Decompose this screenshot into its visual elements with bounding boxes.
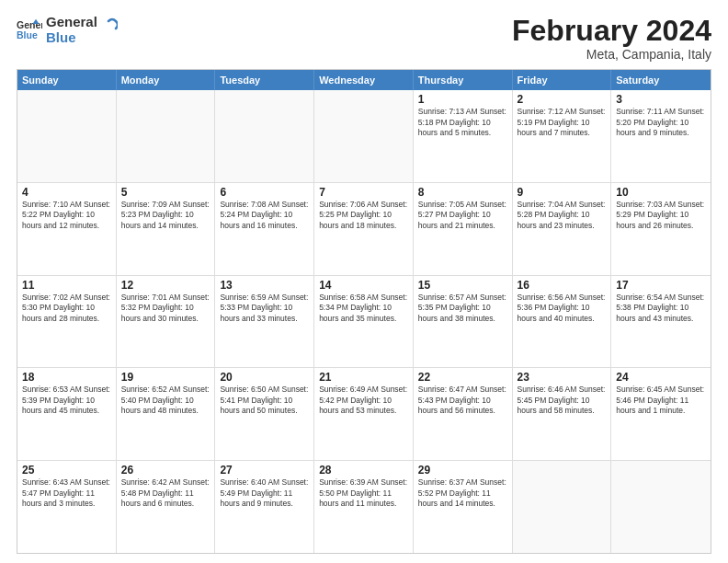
calendar-day-18: 18Sunrise: 6:53 AM Sunset: 5:39 PM Dayli… bbox=[17, 368, 117, 460]
day-info: Sunrise: 6:47 AM Sunset: 5:43 PM Dayligh… bbox=[418, 385, 507, 416]
calendar-day-10: 10Sunrise: 7:03 AM Sunset: 5:29 PM Dayli… bbox=[611, 183, 711, 275]
calendar-day-empty bbox=[314, 90, 414, 182]
day-number: 10 bbox=[616, 186, 706, 199]
day-info: Sunrise: 6:58 AM Sunset: 5:34 PM Dayligh… bbox=[319, 293, 408, 324]
title-area: February 2024 Meta, Campania, Italy bbox=[512, 15, 711, 62]
day-number: 3 bbox=[616, 93, 706, 106]
header-day-thursday: Thursday bbox=[414, 70, 513, 90]
calendar-day-2: 2Sunrise: 7:12 AM Sunset: 5:19 PM Daylig… bbox=[513, 90, 612, 182]
calendar-body: 1Sunrise: 7:13 AM Sunset: 5:18 PM Daylig… bbox=[17, 90, 711, 553]
calendar-day-8: 8Sunrise: 7:05 AM Sunset: 5:27 PM Daylig… bbox=[414, 183, 513, 275]
calendar-day-3: 3Sunrise: 7:11 AM Sunset: 5:20 PM Daylig… bbox=[611, 90, 711, 182]
calendar-day-empty bbox=[611, 461, 711, 553]
day-number: 11 bbox=[22, 279, 111, 292]
calendar-day-empty bbox=[513, 461, 612, 553]
day-info: Sunrise: 7:04 AM Sunset: 5:28 PM Dayligh… bbox=[518, 200, 607, 231]
day-number: 4 bbox=[22, 186, 111, 199]
day-number: 24 bbox=[616, 371, 706, 384]
calendar-day-24: 24Sunrise: 6:45 AM Sunset: 5:46 PM Dayli… bbox=[611, 368, 711, 460]
day-info: Sunrise: 7:03 AM Sunset: 5:29 PM Dayligh… bbox=[616, 200, 706, 231]
calendar-day-empty bbox=[17, 90, 117, 182]
header-day-monday: Monday bbox=[117, 70, 216, 90]
day-info: Sunrise: 6:42 AM Sunset: 5:48 PM Dayligh… bbox=[121, 477, 210, 509]
day-info: Sunrise: 7:08 AM Sunset: 5:24 PM Dayligh… bbox=[220, 200, 309, 231]
main-title: February 2024 bbox=[512, 15, 711, 47]
calendar: SundayMondayTuesdayWednesdayThursdayFrid… bbox=[17, 69, 711, 554]
calendar-row-5: 25Sunrise: 6:43 AM Sunset: 5:47 PM Dayli… bbox=[17, 460, 711, 553]
day-info: Sunrise: 7:12 AM Sunset: 5:19 PM Dayligh… bbox=[518, 107, 607, 138]
day-info: Sunrise: 6:52 AM Sunset: 5:40 PM Dayligh… bbox=[121, 385, 210, 416]
day-info: Sunrise: 6:45 AM Sunset: 5:46 PM Dayligh… bbox=[616, 385, 706, 416]
header: General Blue General Blue February 2024 … bbox=[17, 15, 711, 62]
day-info: Sunrise: 6:53 AM Sunset: 5:39 PM Dayligh… bbox=[22, 385, 111, 416]
logo-blue: Blue bbox=[46, 30, 97, 46]
header-day-saturday: Saturday bbox=[611, 70, 711, 90]
day-number: 5 bbox=[121, 186, 210, 199]
calendar-header: SundayMondayTuesdayWednesdayThursdayFrid… bbox=[17, 70, 711, 90]
calendar-row-4: 18Sunrise: 6:53 AM Sunset: 5:39 PM Dayli… bbox=[17, 367, 711, 460]
calendar-day-13: 13Sunrise: 6:59 AM Sunset: 5:33 PM Dayli… bbox=[215, 276, 314, 368]
day-number: 2 bbox=[518, 93, 607, 106]
day-number: 22 bbox=[418, 371, 507, 384]
day-info: Sunrise: 7:09 AM Sunset: 5:23 PM Dayligh… bbox=[121, 200, 210, 231]
calendar-day-28: 28Sunrise: 6:39 AM Sunset: 5:50 PM Dayli… bbox=[314, 461, 414, 553]
calendar-day-15: 15Sunrise: 6:57 AM Sunset: 5:35 PM Dayli… bbox=[414, 276, 513, 368]
calendar-day-16: 16Sunrise: 6:56 AM Sunset: 5:36 PM Dayli… bbox=[513, 276, 612, 368]
calendar-day-26: 26Sunrise: 6:42 AM Sunset: 5:48 PM Dayli… bbox=[117, 461, 216, 553]
day-number: 1 bbox=[418, 93, 507, 106]
day-info: Sunrise: 7:10 AM Sunset: 5:22 PM Dayligh… bbox=[22, 200, 111, 231]
day-info: Sunrise: 6:54 AM Sunset: 5:38 PM Dayligh… bbox=[616, 293, 706, 324]
svg-text:Blue: Blue bbox=[17, 29, 38, 40]
calendar-day-23: 23Sunrise: 6:46 AM Sunset: 5:45 PM Dayli… bbox=[513, 368, 612, 460]
day-info: Sunrise: 7:01 AM Sunset: 5:32 PM Dayligh… bbox=[121, 293, 210, 324]
calendar-day-1: 1Sunrise: 7:13 AM Sunset: 5:18 PM Daylig… bbox=[414, 90, 513, 182]
day-info: Sunrise: 6:49 AM Sunset: 5:42 PM Dayligh… bbox=[319, 385, 408, 416]
day-info: Sunrise: 7:05 AM Sunset: 5:27 PM Dayligh… bbox=[418, 200, 507, 231]
day-info: Sunrise: 6:39 AM Sunset: 5:50 PM Dayligh… bbox=[319, 477, 408, 509]
day-info: Sunrise: 7:06 AM Sunset: 5:25 PM Dayligh… bbox=[319, 200, 408, 231]
logo: General Blue General Blue bbox=[17, 15, 118, 45]
day-info: Sunrise: 6:46 AM Sunset: 5:45 PM Dayligh… bbox=[518, 385, 607, 416]
day-number: 17 bbox=[616, 279, 706, 292]
calendar-day-17: 17Sunrise: 6:54 AM Sunset: 5:38 PM Dayli… bbox=[611, 276, 711, 368]
day-number: 13 bbox=[220, 279, 309, 292]
header-day-sunday: Sunday bbox=[17, 70, 117, 90]
day-number: 26 bbox=[121, 464, 210, 477]
calendar-day-7: 7Sunrise: 7:06 AM Sunset: 5:25 PM Daylig… bbox=[314, 183, 414, 275]
calendar-day-empty bbox=[215, 90, 314, 182]
day-number: 29 bbox=[418, 464, 507, 477]
logo-icon: General Blue bbox=[17, 17, 42, 43]
calendar-day-6: 6Sunrise: 7:08 AM Sunset: 5:24 PM Daylig… bbox=[215, 183, 314, 275]
day-info: Sunrise: 6:57 AM Sunset: 5:35 PM Dayligh… bbox=[418, 293, 507, 324]
calendar-day-empty bbox=[117, 90, 216, 182]
day-number: 7 bbox=[319, 186, 408, 199]
calendar-day-29: 29Sunrise: 6:37 AM Sunset: 5:52 PM Dayli… bbox=[414, 461, 513, 553]
day-info: Sunrise: 6:50 AM Sunset: 5:41 PM Dayligh… bbox=[220, 385, 309, 416]
calendar-row-2: 4Sunrise: 7:10 AM Sunset: 5:22 PM Daylig… bbox=[17, 182, 711, 275]
calendar-day-22: 22Sunrise: 6:47 AM Sunset: 5:43 PM Dayli… bbox=[414, 368, 513, 460]
header-day-wednesday: Wednesday bbox=[314, 70, 414, 90]
day-number: 14 bbox=[319, 279, 408, 292]
day-info: Sunrise: 6:43 AM Sunset: 5:47 PM Dayligh… bbox=[22, 477, 111, 509]
calendar-day-9: 9Sunrise: 7:04 AM Sunset: 5:28 PM Daylig… bbox=[513, 183, 612, 275]
calendar-day-12: 12Sunrise: 7:01 AM Sunset: 5:32 PM Dayli… bbox=[117, 276, 216, 368]
calendar-day-25: 25Sunrise: 6:43 AM Sunset: 5:47 PM Dayli… bbox=[17, 461, 117, 553]
day-number: 27 bbox=[220, 464, 309, 477]
day-info: Sunrise: 7:11 AM Sunset: 5:20 PM Dayligh… bbox=[616, 107, 706, 138]
calendar-row-3: 11Sunrise: 7:02 AM Sunset: 5:30 PM Dayli… bbox=[17, 275, 711, 368]
day-info: Sunrise: 7:13 AM Sunset: 5:18 PM Dayligh… bbox=[418, 107, 507, 138]
logo-general: General bbox=[46, 15, 97, 30]
day-number: 8 bbox=[418, 186, 507, 199]
day-info: Sunrise: 6:37 AM Sunset: 5:52 PM Dayligh… bbox=[418, 477, 507, 509]
day-number: 28 bbox=[319, 464, 408, 477]
day-info: Sunrise: 7:02 AM Sunset: 5:30 PM Dayligh… bbox=[22, 293, 111, 324]
day-info: Sunrise: 6:40 AM Sunset: 5:49 PM Dayligh… bbox=[220, 477, 309, 509]
day-number: 23 bbox=[518, 371, 607, 384]
calendar-row-1: 1Sunrise: 7:13 AM Sunset: 5:18 PM Daylig… bbox=[17, 90, 711, 182]
calendar-day-14: 14Sunrise: 6:58 AM Sunset: 5:34 PM Dayli… bbox=[314, 276, 414, 368]
day-number: 9 bbox=[518, 186, 607, 199]
header-day-tuesday: Tuesday bbox=[215, 70, 314, 90]
page: General Blue General Blue February 2024 … bbox=[0, 0, 728, 563]
calendar-day-5: 5Sunrise: 7:09 AM Sunset: 5:23 PM Daylig… bbox=[117, 183, 216, 275]
day-number: 16 bbox=[518, 279, 607, 292]
